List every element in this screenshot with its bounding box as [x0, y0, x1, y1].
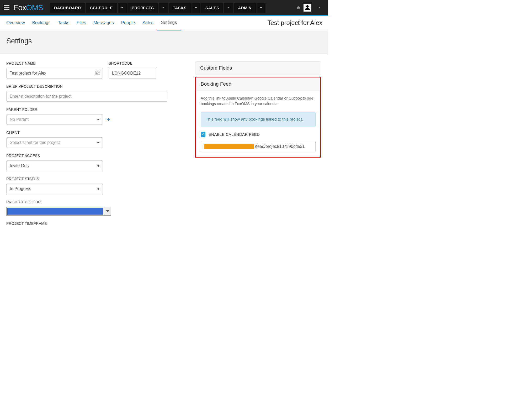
booking-feed-highlight: Booking Feed Add this link to Apple Cale… — [195, 77, 321, 158]
project-timeframe-label: PROJECT TIMEFRAME — [6, 221, 169, 226]
nav-tasks[interactable]: TASKS — [169, 3, 191, 13]
subtab-settings[interactable]: Settings — [157, 15, 180, 30]
client-placeholder: Select client for this project — [10, 140, 60, 145]
parent-folder-select[interactable]: No Parent — [6, 114, 103, 125]
nav-projects-caret[interactable] — [159, 3, 168, 13]
hamburger-icon[interactable] — [4, 5, 9, 11]
subtab-bookings[interactable]: Bookings — [29, 16, 54, 30]
nav-dashboard[interactable]: DASHBOARD — [50, 3, 85, 13]
chevron-down-icon — [97, 142, 99, 143]
colour-picker-caret[interactable] — [104, 207, 111, 215]
parent-folder-value: No Parent — [10, 117, 29, 122]
shortcode-input[interactable] — [109, 68, 156, 79]
booking-feed-panel: Booking Feed Add this link to Apple Cale… — [196, 77, 320, 157]
project-access-select[interactable]: Invite Only — [6, 160, 103, 171]
chevron-down-icon — [121, 7, 124, 8]
booking-feed-description: Add this link to Apple Calendar, Google … — [201, 96, 316, 107]
svg-rect-2 — [96, 73, 98, 74]
person-icon — [305, 5, 310, 11]
nav-right — [297, 4, 324, 12]
redacted-bar — [204, 144, 254, 149]
status-dot-icon[interactable] — [297, 6, 300, 9]
description-label: BRIEF PROJECT DESCRIPTION — [6, 84, 169, 89]
subtab-overview[interactable]: Overview — [3, 16, 29, 30]
subtab-sales[interactable]: Sales — [139, 16, 157, 30]
client-select[interactable]: Select client for this project — [6, 137, 103, 148]
right-column: Custom Fields Booking Feed Add this link… — [195, 61, 321, 158]
updown-icon — [97, 164, 99, 167]
project-title: Test project for Alex — [268, 19, 325, 27]
chevron-down-icon — [318, 7, 321, 8]
chevron-down-icon — [162, 7, 165, 8]
booking-feed-title: Booking Feed — [196, 77, 320, 91]
chevron-down-icon — [227, 7, 230, 8]
feed-url-field[interactable]: /feed/project/137390cde31 — [201, 141, 316, 152]
project-colour-picker[interactable] — [6, 207, 111, 216]
project-status-value: In Progress — [10, 186, 31, 191]
project-name-label: PROJECT NAME — [6, 61, 103, 65]
nav-tasks-caret[interactable] — [191, 3, 200, 13]
shortcode-label: SHORTCODE — [109, 61, 156, 65]
nav-sales[interactable]: SALES — [201, 3, 224, 13]
primary-nav: DASHBOARD SCHEDULE PROJECTS TASKS SALES … — [50, 3, 295, 13]
client-label: CLIENT — [6, 131, 169, 135]
project-access-value: Invite Only — [10, 163, 30, 168]
svg-rect-4 — [98, 73, 100, 74]
subtab-tasks[interactable]: Tasks — [54, 16, 73, 30]
brand-part1: Fox — [14, 3, 26, 12]
chevron-down-icon — [106, 210, 109, 212]
project-status-label: PROJECT STATUS — [6, 177, 169, 181]
page-title: Settings — [6, 37, 321, 45]
chevron-down-icon — [97, 119, 99, 120]
top-navbar: FoxOMS DASHBOARD SCHEDULE PROJECTS TASKS… — [0, 0, 328, 15]
content-area: PROJECT NAME SHORTCODE BRIEF PROJECT DES… — [0, 54, 328, 235]
project-colour-label: PROJECT COLOUR — [6, 200, 169, 204]
brand-logo[interactable]: FoxOMS — [14, 3, 43, 12]
booking-feed-body: Add this link to Apple Calendar, Google … — [196, 91, 320, 157]
subtab-people[interactable]: People — [118, 16, 139, 30]
subtab-messages[interactable]: Messages — [90, 16, 117, 30]
parent-folder-label: PARENT FOLDER — [6, 107, 169, 112]
nav-projects[interactable]: PROJECTS — [127, 3, 158, 13]
settings-form: PROJECT NAME SHORTCODE BRIEF PROJECT DES… — [6, 61, 169, 228]
add-parent-button[interactable]: ＋ — [105, 116, 111, 123]
project-status-select[interactable]: In Progress — [6, 184, 103, 194]
svg-rect-3 — [98, 72, 100, 73]
nav-schedule-caret[interactable] — [118, 3, 127, 13]
enable-feed-checkbox[interactable]: ✓ — [201, 132, 205, 137]
user-menu-caret[interactable] — [315, 4, 324, 11]
colour-swatch — [7, 208, 103, 215]
project-name-input[interactable] — [6, 68, 103, 79]
booking-feed-info: This feed will show any bookings linked … — [201, 112, 316, 127]
subtab-files[interactable]: Files — [73, 16, 90, 30]
svg-point-1 — [96, 72, 97, 73]
nav-schedule[interactable]: SCHEDULE — [86, 3, 117, 13]
chevron-down-icon — [195, 7, 197, 8]
project-access-label: PROJECT ACCESS — [6, 154, 169, 158]
id-card-icon — [95, 71, 100, 76]
project-subtabs: Overview Bookings Tasks Files Messages P… — [0, 16, 328, 30]
brand-part2: OMS — [26, 3, 43, 12]
custom-fields-title[interactable]: Custom Fields — [195, 61, 321, 75]
chevron-down-icon — [260, 7, 262, 8]
updown-icon — [97, 188, 99, 190]
nav-admin[interactable]: ADMIN — [234, 3, 256, 13]
nav-sales-caret[interactable] — [224, 3, 233, 13]
custom-fields-panel: Custom Fields — [195, 61, 321, 75]
nav-admin-caret[interactable] — [257, 3, 265, 13]
description-input[interactable] — [6, 91, 167, 102]
settings-header-strip: Settings — [0, 30, 328, 54]
feed-url-tail: /feed/project/137390cde31 — [255, 144, 305, 149]
user-avatar[interactable] — [304, 4, 311, 12]
enable-feed-label: ENABLE CALENDAR FEED — [209, 132, 260, 137]
